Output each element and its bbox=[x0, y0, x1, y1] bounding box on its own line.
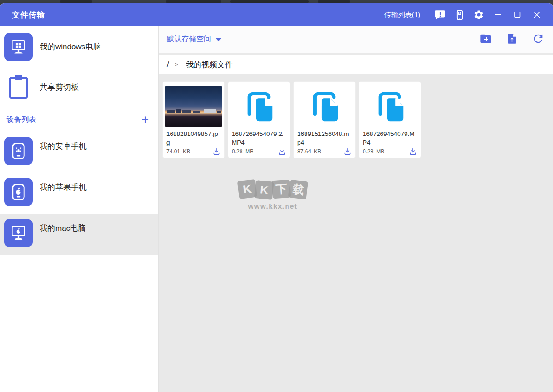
download-icon bbox=[409, 147, 417, 156]
apple-phone-icon bbox=[4, 178, 33, 206]
file-name: 1687269454079 2.MP4 bbox=[232, 129, 286, 147]
upload-file-button[interactable] bbox=[506, 32, 518, 47]
clipboard-icon bbox=[4, 72, 33, 102]
chevron-down-icon bbox=[215, 38, 222, 41]
sidebar-item-label: 我的苹果手机 bbox=[40, 182, 87, 193]
titlebar-actions: 传输列表(1) A bbox=[384, 6, 547, 24]
file-size: 74.01KB bbox=[166, 148, 190, 155]
file-copy-icon bbox=[306, 88, 342, 125]
watermark: K K 下 载 www.kkx.net bbox=[231, 180, 314, 210]
watermark-url: www.kkx.net bbox=[231, 202, 314, 210]
file-size: 0.28MB bbox=[232, 148, 253, 155]
file-name: 1689151256048.mp4 bbox=[297, 129, 352, 147]
download-icon bbox=[212, 147, 221, 156]
refresh-icon bbox=[532, 32, 545, 47]
phone-a-icon: A bbox=[454, 9, 465, 21]
background-blur-fragment bbox=[60, 0, 92, 3]
file-grid: 1688281049857.jpg 74.01KB bbox=[162, 81, 553, 158]
watermark-logo: K K 下 载 bbox=[231, 180, 314, 198]
folder-plus-icon bbox=[479, 32, 492, 47]
download-button[interactable] bbox=[212, 147, 221, 156]
gear-icon bbox=[473, 9, 484, 20]
android-phone-icon bbox=[4, 137, 33, 165]
new-folder-button[interactable] bbox=[479, 32, 492, 47]
mac-computer-icon bbox=[4, 219, 33, 247]
minimize-button[interactable] bbox=[488, 6, 508, 24]
windows-computer-icon bbox=[4, 33, 33, 61]
app-title: 文件传输 bbox=[12, 10, 45, 20]
transfer-list-button[interactable]: 传输列表(1) bbox=[384, 11, 420, 19]
download-button[interactable] bbox=[409, 147, 417, 156]
sidebar-item-shared-clipboard[interactable]: 共享剪切板 bbox=[0, 67, 158, 107]
main-panel: 默认存储空间 bbox=[159, 26, 553, 392]
breadcrumb-separator: > bbox=[175, 61, 178, 68]
background-blur-fragment bbox=[166, 0, 221, 3]
file-size: 0.28MB bbox=[363, 148, 384, 155]
file-card[interactable]: 1687269454079 2.MP4 0.28MB bbox=[228, 81, 290, 158]
toolbar-actions bbox=[479, 32, 545, 47]
file-card[interactable]: 1688281049857.jpg 74.01KB bbox=[162, 81, 225, 158]
sidebar-item-label: 我的mac电脑 bbox=[40, 223, 86, 234]
breadcrumb-root[interactable]: / bbox=[167, 60, 169, 69]
device-list-title: 设备列表 bbox=[7, 115, 36, 124]
app-window: 文件传输 传输列表(1) A bbox=[0, 3, 553, 392]
close-icon bbox=[534, 12, 540, 18]
device-button[interactable]: A bbox=[450, 6, 469, 24]
file-card[interactable]: 1689151256048.mp4 87.64KB bbox=[293, 81, 356, 158]
breadcrumb: / > 我的视频文件 bbox=[159, 55, 553, 74]
storage-dropdown-label: 默认存储空间 bbox=[167, 35, 211, 44]
image-thumbnail bbox=[165, 86, 222, 127]
file-name: 1688281049857.jpg bbox=[166, 129, 221, 147]
background-blur-fragment bbox=[230, 0, 309, 3]
sidebar-item-mac-computer[interactable]: 我的mac电脑 bbox=[0, 214, 158, 255]
feedback-icon bbox=[434, 9, 446, 21]
thumbnail-skyline bbox=[167, 110, 175, 113]
file-copy-icon bbox=[241, 88, 277, 125]
background-blur-fragment bbox=[318, 0, 350, 3]
main-toolbar: 默认存储空间 bbox=[159, 26, 553, 53]
settings-button[interactable] bbox=[469, 6, 488, 24]
sidebar-item-label: 我的windows电脑 bbox=[40, 41, 101, 52]
storage-dropdown[interactable]: 默认存储空间 bbox=[167, 35, 222, 44]
minimize-icon bbox=[495, 14, 501, 16]
file-copy-icon bbox=[372, 88, 408, 125]
maximize-icon bbox=[514, 12, 521, 18]
sidebar-item-windows-computer[interactable]: 我的windows电脑 bbox=[0, 26, 158, 67]
file-card[interactable]: 1687269454079.MP4 0.28MB bbox=[359, 81, 421, 158]
file-size: 87.64KB bbox=[297, 148, 321, 155]
close-button[interactable] bbox=[527, 6, 547, 24]
file-upload-icon bbox=[506, 32, 518, 47]
sidebar: 我的windows电脑 共享剪切板 设备列表 + bbox=[0, 26, 159, 392]
refresh-button[interactable] bbox=[532, 32, 545, 47]
sidebar-item-label: 共享剪切板 bbox=[40, 82, 79, 93]
sidebar-item-android-phone[interactable]: 我的安卓手机 bbox=[0, 132, 158, 173]
breadcrumb-current-folder[interactable]: 我的视频文件 bbox=[186, 59, 233, 70]
maximize-button[interactable] bbox=[508, 6, 527, 24]
feedback-button[interactable] bbox=[430, 6, 450, 24]
titlebar: 文件传输 传输列表(1) A bbox=[0, 3, 553, 26]
add-device-button[interactable]: + bbox=[141, 113, 149, 126]
download-button[interactable] bbox=[278, 147, 286, 156]
file-area: 1688281049857.jpg 74.01KB bbox=[159, 74, 553, 392]
download-icon bbox=[278, 147, 286, 156]
device-list-header: 设备列表 + bbox=[0, 107, 158, 132]
download-button[interactable] bbox=[343, 147, 352, 156]
download-icon bbox=[343, 147, 352, 156]
file-name: 1687269454079.MP4 bbox=[363, 129, 417, 147]
sidebar-item-label: 我的安卓手机 bbox=[40, 141, 87, 152]
sidebar-item-apple-phone[interactable]: 我的苹果手机 bbox=[0, 173, 158, 214]
